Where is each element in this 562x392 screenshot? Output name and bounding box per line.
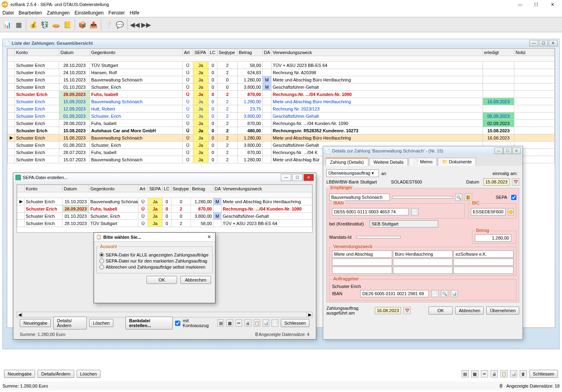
minimize-button[interactable] [512, 0, 528, 9]
empfaenger2-field[interactable] [392, 196, 453, 198]
ausgefuehrt-field[interactable]: 16.08.2023 [375, 307, 401, 314]
sepa-kontoauszug-check[interactable] [175, 321, 180, 326]
det-take[interactable]: Übernehmen [486, 307, 519, 315]
tab-2[interactable]: 📄 Memo [409, 158, 437, 166]
tab-0[interactable]: Zahlung (Details) [326, 158, 368, 166]
table-row[interactable]: Schuster Erich28.09.2023Fuhs, IsabellÜJa… [17, 205, 312, 213]
tool-calculator-icon[interactable]: 📊 [2, 19, 13, 30]
table-row[interactable]: Schuster Erich28.10.2023TÜV StuttgartÜJa… [8, 62, 555, 69]
details-close[interactable]: ✕ [512, 148, 521, 154]
menu-fenster[interactable]: Fenster [109, 10, 125, 16]
betrag-field[interactable]: 1.280,00 [475, 234, 511, 242]
view-icon-5[interactable]: 📋 [500, 370, 508, 377]
empfaenger-field[interactable]: Bauverwaltung Schönaich [329, 194, 390, 201]
s-view2[interactable]: ▦ [226, 319, 233, 327]
bic-field[interactable]: ESSEDE5F600 [471, 208, 506, 215]
table-row[interactable]: Schuster Erich24.10.2023Hansen, RolfÜJa0… [8, 69, 555, 76]
s-view5[interactable]: 📋 [254, 319, 260, 327]
doc-min[interactable]: — [529, 40, 538, 46]
table-row[interactable]: Schuster Erich15.10.2023Bauverwaltung Sc… [8, 76, 555, 83]
view-icon-6[interactable]: 📊 [510, 370, 517, 377]
sepa-details[interactable]: Details/Ändern [53, 317, 87, 329]
table-row[interactable]: ▶Schuster Erich15.10.2023Bauverwaltung S… [17, 198, 312, 205]
table-row[interactable]: Schuster Erich28.08.2023Fuhs, IsabellÜJa… [8, 120, 555, 127]
s-view4[interactable]: 🖨 [244, 319, 251, 327]
book-icon[interactable]: 📙 [465, 194, 472, 201]
zweck-4[interactable] [332, 259, 392, 266]
sepa-max[interactable]: ☐ [292, 174, 303, 181]
table-row[interactable]: Schuster Erich01.09.2023Schuster, ErichÜ… [8, 113, 555, 120]
det-ok[interactable]: OK [428, 307, 453, 315]
choose-opt3-row[interactable]: Abbrechen und Zahlungsaufträge selbst ma… [99, 265, 210, 269]
tool-help-icon[interactable]: ❔ [103, 19, 114, 30]
iban-field[interactable]: DE55 6001 0111 0003 4653 74 [332, 208, 409, 215]
choose-close[interactable]: ✕ [205, 234, 213, 240]
sepa-table[interactable]: KontoDatumGegenkontoArtSEPALCSeqtypeBetr… [17, 185, 312, 227]
table-row[interactable]: Schuster Erich12.09.2023Hutt, RobertÜJa0… [8, 105, 555, 113]
details-max[interactable]: ☐ [503, 148, 512, 154]
tool-grid-icon[interactable]: ▦ [13, 19, 24, 30]
table-row[interactable]: Schuster Erich15.08.2023Autohaus Car and… [8, 127, 555, 134]
table-row[interactable]: Schuster Erich15.09.2023Bauverwaltung Sc… [8, 98, 555, 105]
datum-field[interactable]: 15.08.2023 [483, 178, 510, 186]
s-copy[interactable]: 📄 [272, 319, 278, 327]
tab-3[interactable]: 📁 Dokumente [438, 158, 476, 166]
tool-money1-icon[interactable]: 💰 [28, 19, 39, 30]
tool-prev-icon[interactable]: ◀◀ [129, 19, 140, 30]
maximize-button[interactable] [528, 0, 544, 9]
sepa-checkbox[interactable] [511, 195, 516, 200]
doc-close[interactable]: ✕ [549, 40, 558, 46]
tool-box2-icon[interactable]: 📤 [88, 19, 99, 30]
tool-money2-icon[interactable]: 💱 [39, 19, 50, 30]
choose-ok[interactable]: OK [146, 276, 177, 284]
details-aendern-button[interactable]: Details/Ändern [38, 370, 74, 378]
sepa-neueingabe[interactable]: Neueingabe [20, 319, 51, 327]
menu-zahlungen[interactable]: Zahlungen [47, 10, 70, 16]
view-icon-7[interactable]: 🗑 [520, 370, 527, 377]
loeschen-button[interactable]: Löschen [77, 370, 101, 378]
tool-next-icon[interactable]: ▶▶ [140, 19, 152, 30]
mandat-field[interactable] [356, 236, 401, 238]
iban-help-icon[interactable]: 📄 [411, 208, 418, 215]
view-icon-3[interactable]: ✏ [481, 370, 488, 377]
choose-opt2-row[interactable]: SEPA-Datei nur für den markierten Zahlun… [99, 259, 210, 263]
schliessen-button[interactable]: Schliessen [529, 370, 558, 378]
menu-einstellungen[interactable]: Einstellungen [75, 10, 104, 16]
s-view1[interactable]: ▤ [217, 319, 224, 327]
s-view3[interactable]: ✏ [236, 319, 242, 327]
iban2-field[interactable]: DE26 6005 0101 0021 2981 69 [360, 290, 429, 297]
sepa-min[interactable]: — [281, 174, 291, 181]
neueingabe-button[interactable]: Neueingabe [4, 370, 35, 378]
view-icon-1[interactable]: ▤ [462, 370, 469, 377]
choose-opt1-row[interactable]: SEPA-Datei für ALLE angezeigten Zahlungs… [99, 252, 210, 257]
zweck-9[interactable] [453, 267, 514, 274]
iban2-c-icon[interactable]: 📊 [451, 290, 458, 297]
tool-chart-icon[interactable]: 🥧 [50, 19, 62, 30]
type-select[interactable]: Überweisungsauftrag ▾ [326, 169, 379, 177]
sepa-schliessen[interactable]: Schliessen [281, 319, 309, 327]
sepa-loeschen[interactable]: Löschen [89, 319, 113, 327]
table-row[interactable]: Schuster Erich01.10.2023Schuster, ErichÜ… [17, 213, 312, 220]
close-button[interactable] [544, 0, 560, 9]
zweck-6[interactable] [453, 259, 514, 266]
menu-datei[interactable]: Datei [2, 10, 14, 16]
bic-help-icon[interactable]: 🪙 [508, 208, 514, 215]
view-icon-2[interactable]: ▦ [471, 370, 478, 377]
table-row[interactable]: Schuster Erich28.09.2023Fuhs, IsabellÜJa… [8, 91, 555, 98]
tab-1[interactable]: Weitere Details [369, 158, 408, 166]
view-icon-4[interactable]: 🖨 [491, 370, 498, 377]
tool-box1-icon[interactable]: 📦 [77, 19, 88, 30]
tool-book-icon[interactable]: 📒 [62, 19, 73, 30]
ausg-calendar-icon[interactable]: 📅 [403, 307, 411, 314]
s-view6[interactable]: 📊 [263, 319, 269, 327]
table-row[interactable]: Schuster Erich28.10.2023TÜV StuttgartÜJa… [17, 220, 312, 227]
details-min[interactable]: — [494, 148, 503, 154]
choose-cancel[interactable]: Abbrechen [180, 276, 211, 284]
det-cancel[interactable]: Abbrechen [455, 307, 484, 315]
sepa-bankdatei[interactable]: Bankdatei erstellen... [125, 317, 173, 329]
zweck-5[interactable] [393, 259, 453, 266]
menu-hilfe[interactable]: Hilfe [130, 10, 140, 16]
lookup-icon[interactable]: 🔍 [455, 194, 462, 201]
doc-max[interactable]: ☐ [539, 40, 548, 46]
table-row[interactable]: ▶Schuster Erich15.08.2023Bauverwaltung S… [8, 134, 555, 142]
